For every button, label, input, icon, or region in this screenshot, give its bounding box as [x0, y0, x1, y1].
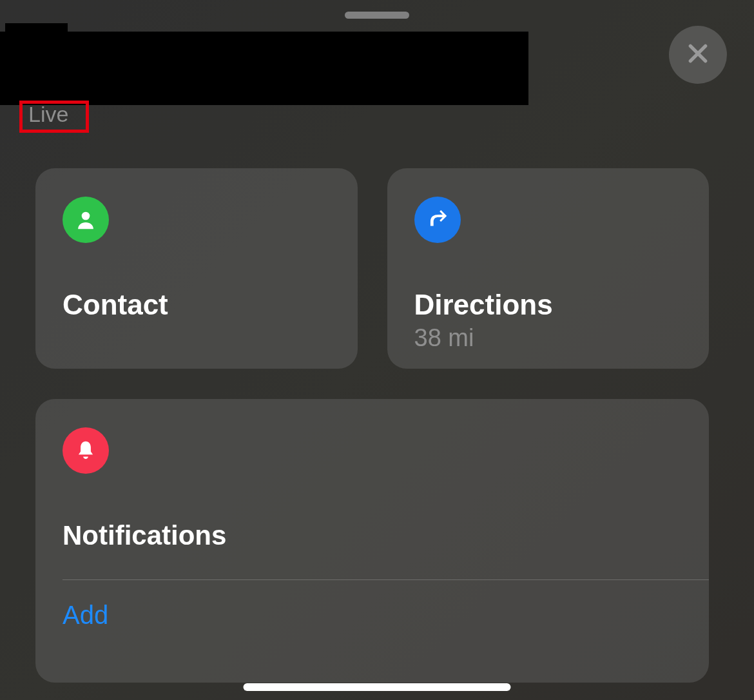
bell-icon: [63, 427, 109, 474]
notifications-card: Notifications Add: [35, 399, 709, 683]
redacted-pixel: [20, 23, 68, 32]
contact-card[interactable]: Contact: [35, 168, 358, 369]
action-cards-row: Contact Directions 38 mi: [35, 168, 709, 369]
person-icon: [63, 197, 109, 243]
status-live-label: Live: [28, 102, 68, 127]
directions-arrow-icon: [414, 197, 461, 243]
close-button[interactable]: [669, 26, 727, 84]
add-notification-button[interactable]: Add: [63, 580, 682, 650]
sheet-grabber[interactable]: [345, 12, 409, 19]
directions-card[interactable]: Directions 38 mi: [387, 168, 710, 369]
redacted-title: [0, 32, 528, 105]
sheet-overlay: Live Contact Directions 38 mi: [0, 0, 754, 700]
svg-point-2: [82, 212, 90, 220]
close-icon: [685, 41, 711, 69]
redacted-pixel: [5, 23, 21, 43]
directions-card-title: Directions: [414, 289, 682, 320]
notifications-title: Notifications: [63, 520, 682, 551]
directions-card-distance: 38 mi: [414, 324, 682, 352]
home-indicator[interactable]: [244, 683, 511, 691]
contact-card-title: Contact: [63, 289, 331, 320]
